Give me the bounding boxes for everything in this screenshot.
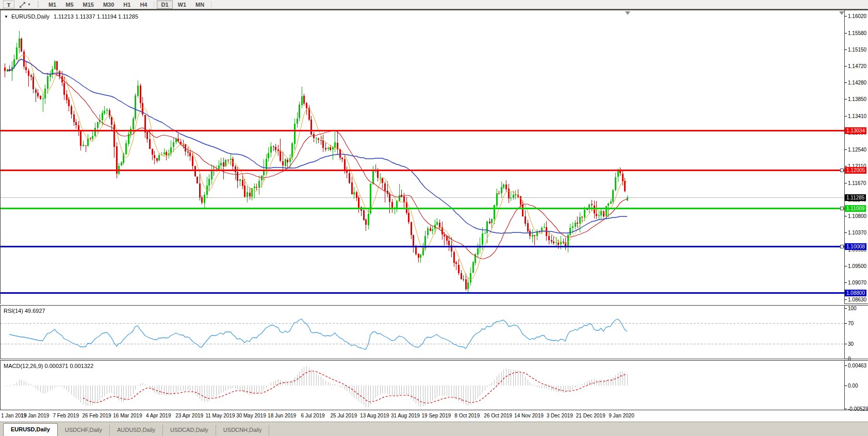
- macd-indicator-window: MACD(12,26,9) 0.000371 0.001322 0.004630…: [0, 360, 868, 410]
- date-axis-label: 23 Apr 2019: [175, 413, 203, 418]
- axis-tick-text: 1.10800: [848, 213, 866, 219]
- axis-tick-mark: [845, 344, 847, 344]
- axis-tick-mark: [845, 232, 847, 233]
- timeframe-button-d1[interactable]: D1: [157, 1, 172, 9]
- date-axis-label: 13 Aug 2019: [360, 413, 389, 418]
- tab-usdcad-daily[interactable]: USDCAD,Daily: [163, 425, 216, 436]
- date-axis-label: 19 Sep 2019: [422, 413, 451, 418]
- axis-tick-mark: [845, 99, 847, 99]
- axis-tick-text: 1.09500: [848, 263, 866, 269]
- chart-tabbar: EURUSD,DailyUSDCHF,DailyAUDUSD,DailyUSDC…: [0, 422, 868, 436]
- current-price-flag: 1.11285: [845, 194, 866, 201]
- axis-tick-mark: [845, 299, 847, 300]
- chevron-down-icon: ▼: [27, 3, 31, 6]
- axis-tick-mark: [845, 282, 847, 283]
- rsi-indicator-window: RSI(14) 49.6927 10070300: [0, 305, 868, 359]
- axis-tick-mark: [845, 409, 847, 409]
- axis-tick-text: 1.14720: [848, 63, 866, 69]
- date-axis-label: 8 Oct 2019: [454, 413, 480, 418]
- hline-price-flag[interactable]: 1.11009: [845, 205, 866, 212]
- tab-audusd-daily[interactable]: AUDUSD,Daily: [110, 425, 163, 436]
- toolbar-separator: [154, 1, 154, 8]
- axis-tick-mark: [845, 82, 847, 83]
- date-axis-label: 18 Jun 2019: [268, 413, 296, 418]
- price-chart-canvas[interactable]: [1, 10, 844, 304]
- hline-price-flag[interactable]: 1.12005: [845, 167, 866, 174]
- axis-tick-mark: [845, 49, 847, 50]
- toolbar-separator: [211, 1, 211, 8]
- date-axis-label: 30 May 2019: [236, 413, 266, 418]
- axis-tick-text: 1.16020: [848, 13, 866, 19]
- axis-tick-text: 1.15580: [848, 30, 866, 36]
- hline-price-flag[interactable]: 1.08800: [845, 290, 866, 296]
- tab-eurusd-daily[interactable]: EURUSD,Daily: [3, 423, 58, 436]
- date-axis-label: 6 Jul 2019: [301, 413, 324, 418]
- chart-title[interactable]: ▼EURUSD,Daily1.11213 1.11337 1.11194 1.1…: [4, 13, 138, 20]
- date-axis-label: 4 Apr 2019: [146, 413, 171, 418]
- price-axis[interactable]: [844, 10, 868, 304]
- timeframe-button-m1[interactable]: M1: [44, 1, 60, 9]
- date-axis-label: 9 Jan 2020: [609, 413, 634, 418]
- axis-tick-mark: [845, 365, 847, 366]
- axis-tick-mark: [845, 16, 847, 16]
- hline-price-flag[interactable]: 1.10008: [845, 243, 866, 250]
- axis-tick-text: 1.13850: [848, 96, 866, 102]
- ohlc-values: 1.11213 1.11337 1.11194 1.11285: [54, 13, 138, 20]
- timeframe-button-m15[interactable]: M15: [79, 1, 98, 9]
- main-chart-window: ▼EURUSD,Daily1.11213 1.11337 1.11194 1.1…: [0, 9, 868, 304]
- mt4-terminal: { "toolbar": { "text_tool_label": "T", "…: [0, 0, 868, 436]
- hline-drag-handle[interactable]: [840, 245, 844, 248]
- axis-tick-mark: [845, 216, 847, 216]
- hline-drag-handle[interactable]: [840, 207, 844, 210]
- timeframe-button-m5[interactable]: M5: [61, 1, 77, 9]
- hline-price-flag[interactable]: 1.13034: [845, 127, 866, 134]
- axis-tick-mark: [845, 266, 847, 266]
- date-axis[interactable]: 1 Jan 201919 Jan 20197 Feb 201926 Feb 20…: [0, 411, 868, 422]
- macd-label: MACD(12,26,9) 0.000371 0.001322: [4, 363, 93, 369]
- axis-tick-text: 1.15150: [848, 47, 866, 53]
- date-axis-label: 25 Jul 2019: [330, 413, 357, 418]
- axis-tick-text: 100: [848, 306, 857, 311]
- timeframe-button-w1[interactable]: W1: [174, 1, 191, 9]
- date-axis-label: 21 Dec 2019: [576, 413, 605, 418]
- axis-tick-mark: [845, 385, 847, 386]
- timeframe-button-h4[interactable]: H4: [136, 1, 151, 9]
- axis-tick-text: 30: [848, 341, 854, 347]
- date-axis-label: 11 May 2019: [205, 413, 235, 418]
- toolbar: T ▼ M1M5M15M30H1H4D1W1MN: [0, 0, 868, 9]
- rsi-axis[interactable]: [844, 306, 868, 359]
- axis-tick-text: 70: [848, 321, 854, 326]
- cursor-modes-button[interactable]: ▼: [18, 1, 32, 8]
- text-tool-button[interactable]: T: [3, 1, 14, 8]
- text-tool-icon: T: [7, 2, 10, 8]
- axis-tick-mark: [845, 33, 847, 33]
- symbol-period-label: EURUSD,Daily: [11, 13, 50, 20]
- axis-tick-text: 1.12540: [848, 147, 866, 153]
- date-axis-label: 14 Nov 2019: [514, 413, 544, 418]
- date-axis-label: 16 Mar 2019: [113, 413, 142, 418]
- date-axis-label: 31 Aug 2019: [391, 413, 420, 418]
- axis-tick-mark: [845, 308, 847, 309]
- tab-usdchf-daily[interactable]: USDCHF,Daily: [58, 425, 110, 436]
- timeframe-buttons: M1M5M15M30H1H4D1W1MN: [44, 1, 214, 9]
- axis-tick-text: 1.10370: [848, 230, 866, 236]
- timeframe-button-mn[interactable]: MN: [191, 1, 208, 9]
- axis-tick-mark: [845, 359, 847, 359]
- axis-tick-mark: [845, 166, 847, 166]
- date-axis-label: 7 Feb 2019: [53, 413, 79, 418]
- timeframe-button-m30[interactable]: M30: [99, 1, 118, 9]
- axis-tick-text: 1.14280: [848, 80, 866, 86]
- axis-tick-text: 1.08630: [848, 297, 866, 303]
- toolbar-grip: [38, 2, 40, 7]
- timeframe-button-h1[interactable]: H1: [119, 1, 135, 9]
- chart-menu-dropdown-icon[interactable]: ▼: [4, 14, 8, 19]
- axis-tick-mark: [845, 183, 847, 183]
- rsi-canvas[interactable]: [1, 306, 844, 359]
- date-axis-label: 3 Dec 2019: [547, 413, 573, 418]
- hline-drag-handle[interactable]: [840, 169, 844, 172]
- axis-tick-text: 1.13410: [848, 113, 866, 119]
- tab-usdcnh-daily[interactable]: USDCNH,Daily: [216, 425, 270, 436]
- date-axis-label: 19 Jan 2019: [21, 413, 49, 418]
- macd-canvas[interactable]: [1, 361, 844, 410]
- axis-tick-mark: [845, 149, 847, 150]
